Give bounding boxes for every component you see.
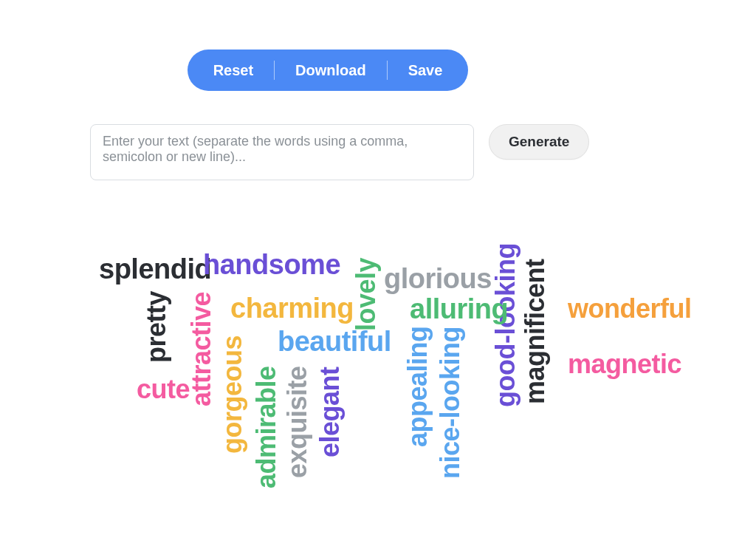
cloud-word: wonderful: [568, 296, 691, 322]
cloud-word: alluring: [410, 295, 508, 323]
cloud-word: magnetic: [568, 351, 681, 378]
cloud-word: appealing: [405, 326, 431, 447]
cloud-word: cute: [137, 376, 190, 403]
cloud-word: lovely: [353, 258, 379, 331]
cloud-word: exquisite: [284, 366, 311, 478]
cloud-word: admirable: [253, 366, 280, 488]
cloud-word: handsome: [203, 251, 340, 279]
cloud-word: beautiful: [278, 327, 391, 355]
cloud-word: attractive: [188, 292, 215, 406]
cloud-word: pretty: [143, 291, 170, 363]
cloud-word: good-looking: [492, 243, 519, 407]
word-cloud: splendidhandsomelovelygloriousgood-looki…: [0, 0, 756, 535]
cloud-word: glorious: [384, 265, 492, 293]
cloud-word: gorgeous: [219, 335, 246, 454]
cloud-word: splendid: [99, 255, 211, 283]
cloud-word: elegant: [317, 367, 343, 457]
cloud-word: nice-looking: [437, 327, 464, 479]
cloud-word: magnificent: [522, 259, 549, 404]
cloud-word: charming: [230, 294, 354, 322]
